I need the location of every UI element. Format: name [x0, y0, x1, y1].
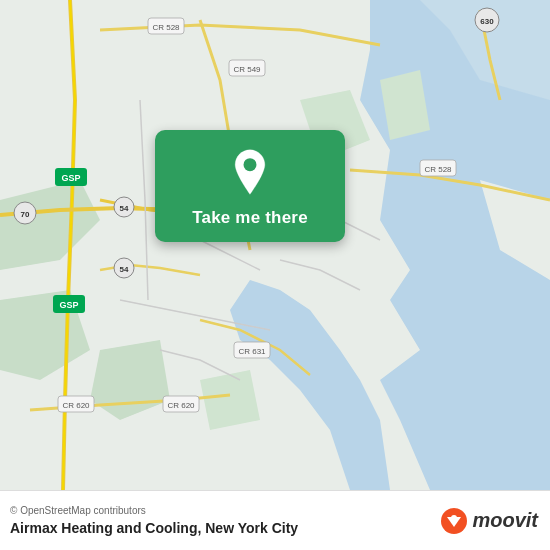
svg-text:CR 620: CR 620	[167, 401, 195, 410]
svg-text:CR 528: CR 528	[152, 23, 180, 32]
bottom-left-info: © OpenStreetMap contributors Airmax Heat…	[10, 505, 298, 536]
svg-text:CR 620: CR 620	[62, 401, 90, 410]
svg-text:54: 54	[120, 204, 129, 213]
moovit-logo: moovit	[440, 507, 538, 535]
svg-text:54: 54	[120, 265, 129, 274]
take-me-there-card[interactable]: Take me there	[155, 130, 345, 242]
svg-point-25	[244, 158, 257, 171]
svg-text:GSP: GSP	[61, 173, 80, 183]
svg-text:CR 631: CR 631	[238, 347, 266, 356]
location-pin-icon	[228, 148, 272, 198]
svg-point-27	[451, 515, 457, 521]
place-name: Airmax Heating and Cooling, New York Cit…	[10, 520, 298, 536]
svg-text:630: 630	[480, 17, 494, 26]
svg-text:CR 528: CR 528	[424, 165, 452, 174]
svg-text:70: 70	[21, 210, 30, 219]
moovit-brand-icon	[440, 507, 468, 535]
svg-text:CR 549: CR 549	[233, 65, 261, 74]
take-me-there-button-label: Take me there	[192, 208, 308, 228]
map-view: GSP GSP 70 CR 528 CR 528 CR 549 54 54 CR…	[0, 0, 550, 490]
svg-text:GSP: GSP	[59, 300, 78, 310]
bottom-bar: © OpenStreetMap contributors Airmax Heat…	[0, 490, 550, 550]
moovit-brand-text: moovit	[472, 509, 538, 532]
osm-attribution: © OpenStreetMap contributors	[10, 505, 298, 516]
